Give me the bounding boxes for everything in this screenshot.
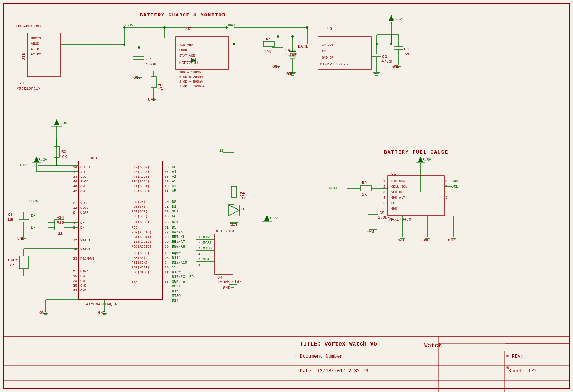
svg-point-137 [390, 43, 392, 45]
svg-text:5.0K  =  200mA: 5.0K = 200mA [179, 75, 203, 79]
svg-point-433 [163, 26, 166, 29]
svg-text:19: 19 [165, 210, 169, 214]
svg-text:STAT  VSS: STAT VSS [179, 54, 195, 58]
svg-text:<Optional>: <Optional> [16, 86, 41, 91]
svg-text:GND: GND [391, 207, 397, 211]
svg-text:BAT1: BAT1 [298, 44, 308, 49]
svg-text:Y2: Y2 [9, 263, 14, 267]
svg-text:42: 42 [73, 189, 77, 193]
date-label: Date: 12/13/2017 2:32 PM [300, 368, 368, 374]
svg-text:VIN  VBAT: VIN VBAT [179, 43, 195, 47]
svg-point-110 [306, 26, 308, 29]
svg-text:A3: A3 [172, 180, 176, 184]
svg-text:33: 33 [73, 257, 77, 261]
svg-text:15: 15 [73, 275, 77, 278]
svg-text:5: 5 [198, 258, 200, 261]
svg-text:D0: D0 [172, 200, 176, 204]
svg-text:13: 13 [219, 149, 224, 153]
svg-text:PB2(MOSI): PB2(MOSI) [132, 266, 150, 270]
svg-text:PB4(ADC11): PB4(ADC11) [132, 235, 151, 239]
svg-text:IN   OUT: IN OUT [322, 43, 334, 47]
svg-text:GND: GND [80, 275, 86, 278]
svg-text:D9#/A8: D9#/A8 [172, 245, 185, 249]
svg-text:1.0uF: 1.0uF [378, 215, 390, 220]
svg-text:SCK: SCK [203, 257, 210, 261]
svg-text:UVCC: UVCC [80, 206, 88, 210]
svg-text:GND: GND [397, 238, 404, 242]
svg-text:R7: R7 [266, 37, 271, 41]
svg-text:30: 30 [165, 245, 169, 249]
svg-text:USB-MICROB: USB-MICROB [16, 24, 41, 29]
svg-text:PD0(SCL): PD0(SCL) [132, 215, 147, 218]
svg-text:Touch Side: Touch Side [218, 280, 242, 284]
svg-point-432 [291, 35, 294, 38]
svg-text:MAX17043X: MAX17043X [389, 217, 411, 222]
svg-text:GND: GND [422, 238, 430, 242]
svg-text:41: 41 [165, 189, 169, 193]
svg-text:3: 3 [198, 247, 200, 250]
svg-text:13: 13 [73, 166, 77, 169]
svg-text:35: 35 [73, 284, 77, 288]
svg-text:⊗: ⊗ [506, 354, 509, 359]
svg-text:R3: R3 [61, 150, 66, 154]
svg-text:AVCC: AVCC [80, 185, 88, 188]
svg-text:A0: A0 [172, 165, 176, 169]
svg-text:AREF: AREF [80, 189, 88, 193]
svg-text:C7: C7 [146, 57, 151, 61]
svg-text:PC6: PC6 [132, 226, 137, 230]
svg-text:43: 43 [73, 185, 77, 188]
svg-text:31: 31 [165, 226, 169, 230]
svg-text:SCL: SCL [172, 214, 178, 218]
svg-text:38: 38 [165, 175, 169, 179]
svg-rect-42 [151, 77, 156, 88]
svg-text:TX LED: TX LED [172, 280, 185, 284]
svg-text:3.3V: 3.3V [422, 158, 431, 162]
svg-text:PD5: PD5 [132, 281, 137, 284]
svg-text:10K: 10K [60, 155, 67, 159]
svg-text:C3: C3 [404, 47, 409, 52]
svg-text:GND*3: GND*3 [31, 37, 41, 41]
svg-text:VCC: VCC [80, 170, 87, 174]
svg-text:18: 18 [165, 215, 169, 218]
svg-text:D-: D- [80, 226, 84, 230]
svg-text:PD7(ADC10): PD7(ADC10) [132, 231, 151, 234]
svg-text:PB5(ADC12): PB5(ADC12) [132, 240, 151, 244]
svg-text:VBAT: VBAT [329, 186, 338, 191]
svg-text:D1: D1 [241, 207, 246, 211]
svg-text:MISO: MISO [172, 294, 181, 298]
svg-text:EN: EN [322, 49, 326, 53]
svg-text:PB1(SCK): PB1(SCK) [132, 261, 147, 265]
svg-text:D16: D16 [172, 289, 178, 293]
svg-text:SDA: SDA [172, 210, 178, 214]
svg-point-136 [376, 43, 378, 45]
svg-text:MIC5219 3.3V: MIC5219 3.3V [320, 62, 349, 66]
svg-text:1uF: 1uF [7, 217, 15, 222]
svg-text:39: 39 [165, 180, 169, 184]
svg-text:470: 470 [241, 192, 246, 199]
svg-text:INT XL: INT XL [172, 235, 185, 239]
svg-text:20: 20 [165, 200, 169, 204]
svg-text:GND  BP: GND BP [322, 56, 333, 60]
svg-text:11: 11 [73, 170, 77, 174]
svg-text:4: 4 [198, 252, 200, 256]
svg-text:28: 28 [165, 235, 169, 239]
svg-text:10K  =  100mA: 10K = 100mA [179, 71, 201, 74]
svg-text:D11#: D11# [172, 256, 181, 260]
svg-text:D+: D+ [80, 221, 84, 225]
svg-text:D1: D1 [172, 205, 176, 209]
svg-text:SDA: SDA [452, 179, 458, 183]
svg-text:MOSI: MOSI [172, 284, 181, 289]
svg-text:2: 2 [198, 241, 200, 245]
svg-text:UBUS: UBUS [29, 199, 38, 203]
svg-rect-326 [231, 186, 237, 197]
svg-text:26: 26 [165, 220, 169, 224]
svg-text:3.3V: 3.3V [38, 158, 47, 162]
svg-text:12: 12 [73, 206, 77, 210]
svg-text:D5: D5 [172, 226, 176, 230]
svg-text:D+: D+ [31, 214, 35, 218]
rev-label: REV: [512, 354, 523, 359]
watch-text: Watch [424, 343, 442, 349]
svg-text:PROG: PROG [179, 49, 187, 52]
sheet-label: Sheet: 1/2 [508, 368, 537, 374]
svg-text:6: 6 [73, 211, 75, 215]
